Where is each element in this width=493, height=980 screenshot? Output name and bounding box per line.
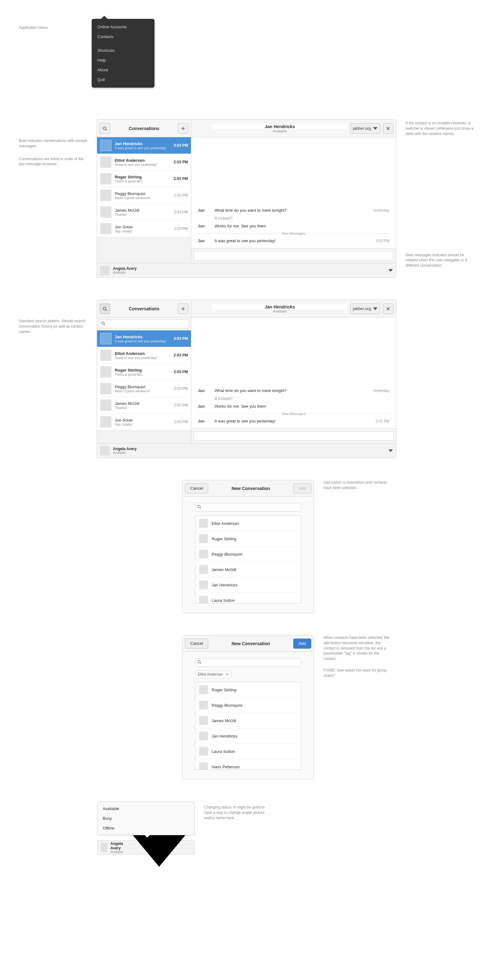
conversation-row[interactable]: Jan Hendricks It was great to see you ye… (97, 137, 191, 154)
contact-row[interactable]: Roger Stirling (195, 682, 301, 698)
composer (191, 248, 396, 263)
message-list[interactable]: Jan What time do you want to meet tonigh… (191, 137, 396, 248)
me-status: Available (111, 850, 127, 854)
avatar (100, 140, 111, 151)
conversation-list[interactable]: Jan Hendricks It was great to see you ye… (97, 331, 191, 443)
avatar (100, 333, 111, 344)
conversation-row[interactable]: Elliot Anderson Great to see you yesterd… (97, 154, 191, 170)
contact-row[interactable]: Hans Petterson (195, 759, 301, 770)
contact-row[interactable]: Jan Hendricks (195, 729, 301, 744)
avatar (199, 701, 208, 710)
contact-row[interactable]: Jan Hendricks (195, 578, 301, 593)
chip-remove-icon[interactable]: ✕ (226, 672, 229, 676)
message-input[interactable] (194, 431, 393, 441)
cancel-button[interactable]: Cancel (185, 484, 208, 493)
conversation-row[interactable]: Roger Stirling That's a great film. 2:03… (97, 170, 191, 187)
svg-point-12 (102, 322, 104, 325)
contact-row[interactable]: James McGill (195, 562, 301, 578)
close-button[interactable] (383, 304, 393, 314)
appmenu-item[interactable]: Help (92, 55, 154, 65)
conv-name: Jan Hendricks (115, 334, 170, 339)
conversation-row[interactable]: Jon Snow Yep, totally! 2:03 PM (97, 414, 191, 430)
new-conversation-dialog: Cancel New Conversation Add Elliot Ander… (182, 480, 314, 613)
msg-body: Works for me. See you then! (215, 224, 390, 228)
appmenu-item[interactable]: Quit (92, 75, 154, 84)
svg-line-15 (200, 508, 201, 509)
status-option[interactable]: Busy (98, 813, 194, 823)
contact-row[interactable]: Roger Stirling (195, 531, 301, 547)
composer (191, 428, 396, 443)
appmenu-item[interactable]: Online Accounts (92, 22, 154, 32)
conv-last: Yep, totally! (115, 422, 170, 426)
svg-point-0 (103, 127, 106, 129)
new-conversation-button[interactable] (178, 304, 188, 314)
contact-row[interactable]: Peggy Blumquist (195, 547, 301, 562)
dialog-header: Cancel New Conversation Add (183, 480, 314, 496)
appmenu-item[interactable]: Shortcuts (92, 46, 154, 55)
contact-list[interactable]: Roger Stirling Peggy Blumquist James McG… (195, 682, 301, 770)
appmenu-item[interactable]: Contacts (92, 32, 154, 41)
search-icon (197, 660, 201, 665)
message-list[interactable]: Jan What time do you want to meet tonigh… (191, 318, 396, 428)
conversation-row[interactable]: Peggy Blumquist Have a good weekend! 2:0… (97, 187, 191, 204)
contact-row[interactable]: Laura Sutton (195, 744, 301, 759)
msg-from: Jan (197, 404, 210, 409)
contact-name: Laura Sutton (212, 749, 235, 754)
add-button[interactable]: Add (293, 639, 311, 649)
status-option[interactable]: Available (98, 804, 194, 813)
network-label: jabber.org (353, 126, 371, 130)
new-conversation-button[interactable] (178, 123, 188, 134)
status-bar[interactable]: Angela Avery Available (97, 263, 396, 277)
conversation-row[interactable]: James McGill Thanks! 2:03 PM (97, 204, 191, 221)
msg-stamp: Yesterday (373, 388, 390, 393)
chat-panel: Jan What time do you want to meet tonigh… (191, 137, 396, 263)
search-icon (101, 321, 105, 326)
svg-point-14 (198, 505, 200, 508)
conv-last: Great to see you yesterday! (115, 356, 170, 360)
conv-last: Thanks! (115, 406, 170, 410)
contact-status: Available (212, 129, 347, 133)
contact-row[interactable]: Elliot Anderson (195, 516, 301, 531)
appmenu-item[interactable]: About (92, 65, 154, 75)
conv-time: 2:03 PM (173, 160, 188, 164)
status-option[interactable]: Offline (98, 823, 194, 833)
search-button[interactable] (100, 304, 110, 314)
contact-search-input[interactable] (203, 505, 299, 510)
annot-newmsg: New messages indicator should be cleared… (406, 253, 474, 268)
search-input[interactable] (107, 321, 187, 326)
contact-list[interactable]: Elliot Anderson Roger Stirling Peggy Blu… (195, 515, 301, 603)
conversation-row[interactable]: Elliot Anderson Great to see you yesterd… (97, 347, 191, 364)
contact-chip[interactable]: Elliot Anderson ✕ (195, 671, 231, 678)
avatar (199, 596, 208, 603)
conversation-row[interactable]: James McGill Thanks! 2:03 PM (97, 397, 191, 414)
status-bar[interactable]: Angela Avery Available (97, 840, 195, 855)
contact-row[interactable]: Laura Sutton (195, 593, 301, 603)
conv-time: 2:03 PM (173, 370, 188, 374)
status-bar[interactable]: Angela Avery Available (97, 443, 396, 458)
cancel-button[interactable]: Cancel (185, 639, 208, 649)
close-button[interactable] (383, 123, 393, 134)
svg-point-16 (198, 660, 200, 663)
message-row: Me 8 o'clock? (197, 216, 390, 221)
contact-row[interactable]: Peggy Blumquist (195, 698, 301, 713)
conversation-row[interactable]: Peggy Blumquist Have a good weekend! 2:0… (97, 380, 191, 397)
search-button[interactable] (100, 123, 110, 134)
contact-name: Roger Stirling (212, 536, 237, 541)
conversation-row[interactable]: Jan Hendricks It was great to see you ye… (97, 331, 191, 347)
msg-from: Jan (197, 208, 210, 213)
contact-search-input[interactable] (203, 660, 299, 665)
network-switcher[interactable]: jabber.org (350, 304, 380, 314)
msg-from: Jan (197, 224, 210, 228)
contact-row[interactable]: James McGill (195, 713, 301, 729)
dialog-header: Cancel New Conversation Add (183, 635, 314, 652)
conversation-row[interactable]: Roger Stirling That's a great film. 2:03… (97, 364, 191, 380)
network-switcher[interactable]: jabber.org (350, 123, 380, 134)
conversation-list[interactable]: Jan Hendricks It was great to see you ye… (97, 137, 191, 263)
conv-name: Jan Hendricks (115, 142, 170, 146)
conv-last: Thanks! (115, 213, 170, 216)
sidebar-title: Conversations (113, 126, 175, 131)
conversation-row[interactable]: Jon Snow Yep, totally! 2:03 PM (97, 221, 191, 237)
annot-network: If the contact is on multiple networks, … (406, 121, 474, 136)
titlebar: Conversations Jan Hendricks Available ja… (97, 120, 396, 137)
message-input[interactable] (194, 251, 393, 260)
